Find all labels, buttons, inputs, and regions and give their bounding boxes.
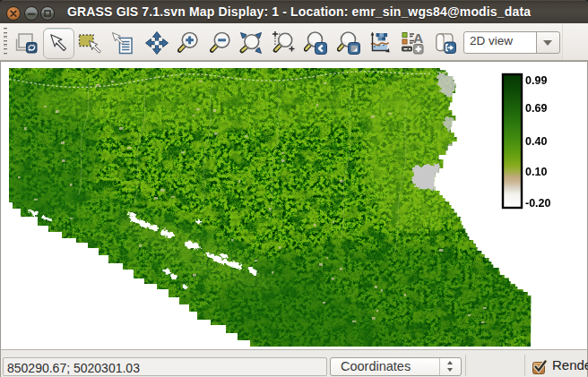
svg-text:0.10: 0.10 [525, 166, 547, 178]
svg-text:0.69: 0.69 [525, 102, 547, 115]
svg-text:-0.20: -0.20 [525, 197, 551, 210]
svg-text:0.99: 0.99 [525, 74, 547, 87]
svg-text:A: A [413, 31, 423, 46]
svg-text:0.40: 0.40 [525, 135, 547, 148]
